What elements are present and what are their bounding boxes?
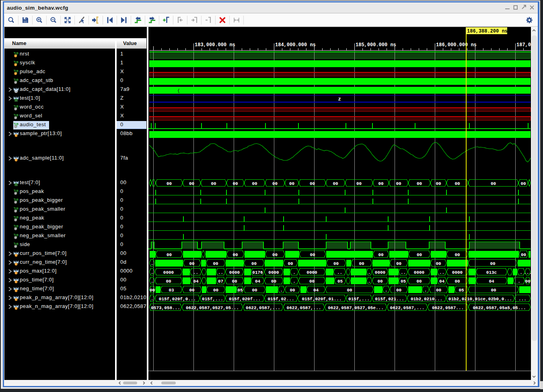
svg-text:015f,021...: 015f,021... bbox=[375, 297, 404, 302]
svg-text:00: 00 bbox=[377, 279, 383, 284]
svg-text:...: ... bbox=[518, 297, 527, 302]
svg-text:00: 00 bbox=[491, 288, 496, 293]
svg-text:015f,020f...: 015f,020f... bbox=[229, 297, 261, 302]
svg-text:0622,0587,...: 0622,0587,... bbox=[390, 306, 425, 310]
svg-text:00: 00 bbox=[232, 279, 237, 284]
svg-text:05: 05 bbox=[337, 279, 343, 284]
svg-text:0622,0587...: 0622,0587... bbox=[432, 306, 464, 310]
svg-text:00: 00 bbox=[436, 181, 441, 186]
svg-text:00: 00 bbox=[356, 181, 362, 186]
svg-text:00: 00 bbox=[211, 181, 216, 186]
svg-text:{: { bbox=[177, 89, 180, 93]
svg-text:04: 04 bbox=[255, 279, 261, 284]
svg-text:Z: Z bbox=[338, 97, 341, 102]
svg-text:0622,0587,...: 0622,0587,... bbox=[287, 306, 321, 310]
svg-text:04: 04 bbox=[313, 288, 319, 293]
svg-text:..: .. bbox=[193, 270, 198, 275]
svg-text:0000: 0000 bbox=[229, 270, 240, 275]
svg-text:0573,058...: 0573,058... bbox=[151, 306, 180, 310]
svg-text:0000: 0000 bbox=[375, 270, 385, 275]
svg-text:.: . bbox=[151, 297, 154, 302]
svg-text:0000: 0000 bbox=[163, 270, 174, 275]
svg-text:00: 00 bbox=[167, 181, 172, 186]
svg-text:00: 00 bbox=[525, 279, 530, 284]
svg-text:.: . bbox=[151, 279, 154, 284]
svg-text:.: . bbox=[518, 279, 520, 284]
svg-text:.: . bbox=[293, 279, 296, 284]
svg-text:00: 00 bbox=[455, 279, 460, 284]
svg-text:185,000.000 ns: 185,000.000 ns bbox=[356, 42, 396, 48]
svg-text:0622,0587,0527,05e...: 0622,0587,0527,05e... bbox=[328, 306, 384, 310]
svg-text:.: . bbox=[424, 288, 427, 293]
svg-text:.: . bbox=[293, 270, 296, 275]
svg-text:.: . bbox=[151, 270, 154, 275]
svg-text:183,000.000 ns: 183,000.000 ns bbox=[195, 42, 235, 48]
svg-text:..: .. bbox=[218, 270, 223, 275]
svg-text:00: 00 bbox=[333, 261, 339, 266]
svg-text:00: 00 bbox=[309, 279, 315, 284]
svg-text:00: 00 bbox=[521, 252, 526, 257]
svg-text:186,388.200 ns: 186,388.200 ns bbox=[467, 29, 508, 34]
svg-text:186,000.000 ns: 186,000.000 ns bbox=[436, 42, 477, 48]
svg-text:00: 00 bbox=[272, 252, 278, 257]
svg-text:0000: 0000 bbox=[414, 270, 424, 275]
svg-text:...: ... bbox=[524, 270, 531, 275]
svg-text:0176: 0176 bbox=[252, 270, 263, 275]
svg-text:0622,0587,0527,05...: 0622,0587,0527,05... bbox=[186, 306, 239, 310]
svg-text:187,000.000 ns: 187,000.000 ns bbox=[516, 42, 531, 48]
svg-text:.: . bbox=[368, 270, 371, 275]
svg-text:013c: 013c bbox=[486, 270, 497, 275]
svg-text:00: 00 bbox=[289, 181, 294, 186]
svg-text:00: 00 bbox=[455, 181, 460, 186]
svg-text:00: 00 bbox=[347, 288, 352, 293]
svg-text:00: 00 bbox=[288, 261, 293, 266]
svg-text:04: 04 bbox=[489, 279, 494, 284]
svg-text:04: 04 bbox=[439, 279, 445, 284]
svg-text:00: 00 bbox=[396, 181, 401, 186]
svg-text:.: . bbox=[520, 270, 522, 275]
svg-text:01b2,0210...: 01b2,0210... bbox=[411, 297, 442, 302]
svg-text:015f,020f,01...: 015f,020f,01... bbox=[302, 297, 341, 302]
svg-text:00: 00 bbox=[310, 181, 315, 186]
svg-text:015f,...: 015f,... bbox=[348, 297, 370, 302]
svg-text:.: . bbox=[151, 261, 154, 266]
svg-text:00: 00 bbox=[272, 181, 278, 186]
svg-text:00: 00 bbox=[436, 288, 441, 293]
svg-text:015f,020f,0...: 015f,020f,0... bbox=[159, 297, 196, 302]
svg-text:00: 00 bbox=[189, 261, 194, 266]
svg-text:0000: 0000 bbox=[452, 270, 463, 275]
svg-text:0000: 0000 bbox=[306, 270, 317, 275]
svg-text:0622,0587,05a5,05...: 0622,0587,05a5,05... bbox=[473, 306, 526, 310]
svg-text:00: 00 bbox=[232, 252, 238, 257]
svg-text:00: 00 bbox=[417, 252, 422, 257]
svg-text:015f,...: 015f,... bbox=[202, 297, 223, 302]
svg-text:00: 00 bbox=[416, 279, 422, 284]
svg-text:00: 00 bbox=[310, 252, 315, 257]
svg-text:015f,02...: 015f,02... bbox=[267, 297, 294, 302]
svg-text:00: 00 bbox=[213, 288, 218, 293]
svg-text:.: . bbox=[280, 288, 283, 293]
svg-text:00: 00 bbox=[271, 279, 276, 284]
svg-text:00: 00 bbox=[290, 288, 295, 293]
svg-text:00: 00 bbox=[491, 181, 496, 186]
svg-text:0622,0587,...: 0622,0587,... bbox=[246, 306, 280, 310]
svg-text:..: .. bbox=[337, 270, 342, 275]
svg-text:05: 05 bbox=[459, 288, 464, 293]
svg-text:00: 00 bbox=[166, 279, 171, 284]
svg-text:..: .. bbox=[439, 270, 444, 275]
svg-text:..: .. bbox=[401, 270, 406, 275]
svg-text:07: 07 bbox=[218, 279, 223, 284]
svg-text:00: 00 bbox=[417, 181, 422, 186]
svg-text:.: . bbox=[385, 288, 388, 293]
svg-text:00: 00 bbox=[490, 261, 495, 266]
svg-text:00: 00 bbox=[189, 181, 194, 186]
svg-text:0000: 0000 bbox=[268, 270, 279, 275]
svg-text:00: 00 bbox=[252, 288, 257, 293]
svg-text:00: 00 bbox=[520, 181, 526, 186]
svg-text:00: 00 bbox=[455, 252, 460, 257]
svg-text:01b2,0210,01ce,02b0,0...: 01b2,0210,01ce,02b0,0... bbox=[448, 297, 512, 302]
svg-text:00: 00 bbox=[213, 261, 218, 266]
svg-text:00: 00 bbox=[359, 261, 364, 266]
svg-text:03: 03 bbox=[169, 288, 174, 293]
svg-text:00: 00 bbox=[150, 288, 155, 293]
